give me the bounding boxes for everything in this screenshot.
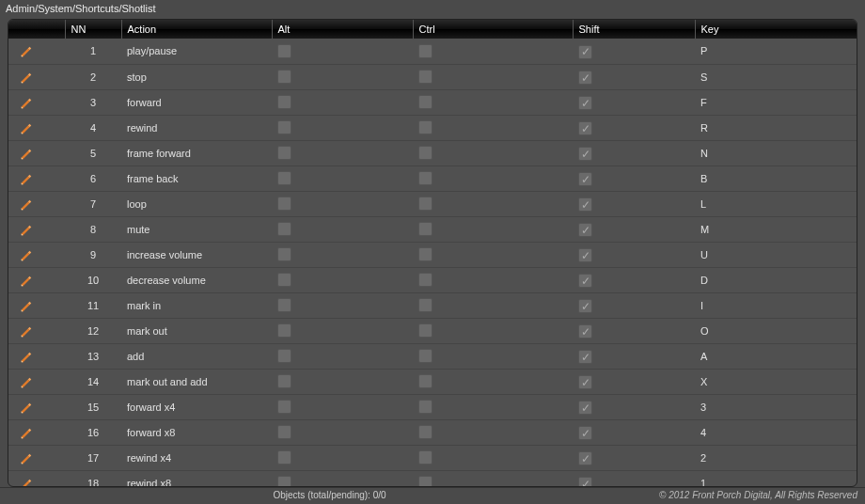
ctrl-checkbox[interactable] bbox=[418, 298, 432, 312]
shift-checkbox[interactable] bbox=[578, 274, 592, 288]
alt-checkbox[interactable] bbox=[277, 374, 291, 388]
table-row[interactable]: 15forward x43 bbox=[8, 394, 857, 419]
header-action[interactable]: Action bbox=[121, 20, 272, 39]
shift-checkbox[interactable] bbox=[578, 375, 592, 389]
shift-checkbox[interactable] bbox=[578, 477, 592, 486]
header-nn[interactable]: NN bbox=[65, 20, 121, 39]
table-row[interactable]: 17rewind x42 bbox=[8, 445, 857, 470]
shift-checkbox[interactable] bbox=[578, 248, 592, 262]
ctrl-checkbox[interactable] bbox=[418, 120, 432, 134]
alt-checkbox[interactable] bbox=[277, 298, 291, 312]
shift-checkbox[interactable] bbox=[578, 197, 592, 212]
ctrl-checkbox[interactable] bbox=[418, 95, 432, 109]
ctrl-checkbox[interactable] bbox=[418, 450, 432, 465]
shift-checkbox[interactable] bbox=[578, 299, 592, 313]
ctrl-checkbox[interactable] bbox=[418, 222, 432, 236]
table-row[interactable]: 1play/pauseP bbox=[8, 39, 857, 64]
edit-icon[interactable] bbox=[20, 325, 33, 339]
ctrl-checkbox[interactable] bbox=[418, 44, 432, 58]
shift-checkbox[interactable] bbox=[578, 223, 592, 237]
edit-icon[interactable] bbox=[20, 351, 33, 364]
shift-checkbox[interactable] bbox=[578, 401, 592, 415]
edit-icon[interactable] bbox=[20, 198, 33, 212]
table-row[interactable]: 2stopS bbox=[8, 64, 857, 89]
ctrl-checkbox[interactable] bbox=[418, 349, 432, 363]
header-shift[interactable]: Shift bbox=[573, 20, 695, 39]
alt-checkbox[interactable] bbox=[277, 44, 291, 58]
alt-checkbox[interactable] bbox=[277, 222, 291, 236]
alt-checkbox[interactable] bbox=[277, 171, 291, 185]
table-row[interactable]: 10decrease volumeD bbox=[8, 267, 857, 292]
shift-checkbox[interactable] bbox=[578, 45, 592, 59]
header-key[interactable]: Key bbox=[695, 20, 857, 39]
edit-icon[interactable] bbox=[20, 478, 33, 487]
edit-icon[interactable] bbox=[20, 402, 33, 415]
ctrl-checkbox[interactable] bbox=[418, 197, 432, 211]
shift-checkbox[interactable] bbox=[578, 96, 592, 110]
edit-icon[interactable] bbox=[20, 452, 33, 465]
edit-icon[interactable] bbox=[20, 427, 33, 440]
ctrl-checkbox[interactable] bbox=[418, 425, 432, 439]
alt-checkbox[interactable] bbox=[277, 146, 291, 160]
edit-icon[interactable] bbox=[20, 97, 33, 110]
header-ctrl[interactable]: Ctrl bbox=[413, 20, 573, 39]
ctrl-checkbox[interactable] bbox=[418, 171, 432, 185]
table-row[interactable]: 4rewindR bbox=[8, 115, 857, 140]
edit-icon[interactable] bbox=[20, 249, 33, 262]
shift-checkbox[interactable] bbox=[578, 324, 592, 339]
edit-icon[interactable] bbox=[20, 173, 33, 186]
status-copyright: © 2012 Front Porch Digital, All Rights R… bbox=[659, 488, 865, 504]
cell-action: frame back bbox=[121, 165, 272, 191]
ctrl-checkbox[interactable] bbox=[418, 476, 432, 486]
table-row[interactable]: 5frame forwardN bbox=[8, 140, 857, 165]
alt-checkbox[interactable] bbox=[277, 450, 291, 465]
ctrl-checkbox[interactable] bbox=[418, 247, 432, 261]
shift-checkbox[interactable] bbox=[578, 121, 592, 135]
ctrl-checkbox[interactable] bbox=[418, 374, 432, 388]
table-row[interactable]: 7loopL bbox=[8, 191, 857, 216]
edit-icon[interactable] bbox=[20, 275, 33, 288]
alt-checkbox[interactable] bbox=[277, 400, 291, 414]
ctrl-checkbox[interactable] bbox=[418, 400, 432, 414]
table-row[interactable]: 11mark inI bbox=[8, 292, 857, 318]
table-row[interactable]: 14mark out and addX bbox=[8, 369, 857, 394]
edit-icon[interactable] bbox=[20, 300, 33, 313]
header-alt[interactable]: Alt bbox=[272, 20, 413, 39]
table-row[interactable]: 9increase volumeU bbox=[8, 242, 857, 267]
ctrl-checkbox[interactable] bbox=[418, 70, 432, 84]
alt-checkbox[interactable] bbox=[277, 349, 291, 363]
shift-checkbox[interactable] bbox=[578, 172, 592, 186]
alt-checkbox[interactable] bbox=[277, 95, 291, 109]
table-row[interactable]: 6frame backB bbox=[8, 165, 857, 191]
edit-icon[interactable] bbox=[20, 71, 33, 85]
alt-checkbox[interactable] bbox=[277, 476, 291, 486]
table-row[interactable]: 16forward x84 bbox=[8, 419, 857, 445]
edit-icon[interactable] bbox=[20, 45, 33, 58]
shift-checkbox[interactable] bbox=[578, 451, 592, 465]
ctrl-checkbox[interactable] bbox=[418, 273, 432, 287]
shift-checkbox[interactable] bbox=[578, 426, 592, 440]
table-row[interactable]: 3forwardF bbox=[8, 89, 857, 115]
alt-checkbox[interactable] bbox=[277, 247, 291, 261]
shift-checkbox[interactable] bbox=[578, 147, 592, 161]
ctrl-checkbox[interactable] bbox=[418, 146, 432, 160]
table-row[interactable]: 18rewind x81 bbox=[8, 470, 857, 486]
table-row[interactable]: 12mark outO bbox=[8, 318, 857, 343]
edit-icon[interactable] bbox=[20, 122, 33, 135]
shift-checkbox[interactable] bbox=[578, 350, 592, 364]
header-edit[interactable] bbox=[8, 20, 65, 39]
table-scroll[interactable]: 1play/pauseP 2stopS 3forwardF 4rewindR 5… bbox=[8, 39, 857, 486]
alt-checkbox[interactable] bbox=[277, 197, 291, 211]
shift-checkbox[interactable] bbox=[578, 71, 592, 85]
table-row[interactable]: 13addA bbox=[8, 343, 857, 369]
edit-icon[interactable] bbox=[20, 224, 33, 237]
alt-checkbox[interactable] bbox=[277, 70, 291, 84]
edit-icon[interactable] bbox=[20, 376, 33, 389]
alt-checkbox[interactable] bbox=[277, 323, 291, 338]
ctrl-checkbox[interactable] bbox=[418, 323, 432, 338]
table-row[interactable]: 8muteM bbox=[8, 216, 857, 242]
alt-checkbox[interactable] bbox=[277, 273, 291, 287]
alt-checkbox[interactable] bbox=[277, 120, 291, 134]
edit-icon[interactable] bbox=[20, 148, 33, 161]
alt-checkbox[interactable] bbox=[277, 425, 291, 439]
